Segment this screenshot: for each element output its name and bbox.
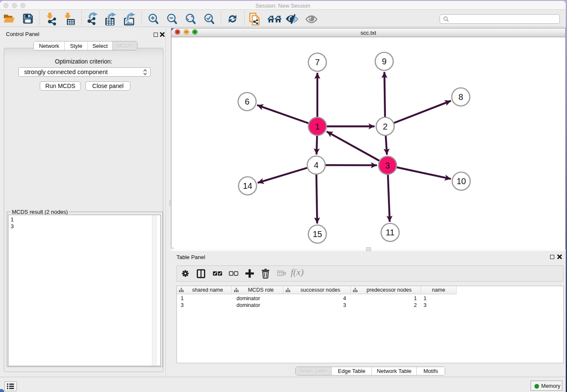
svg-text:7: 7 <box>315 58 319 67</box>
svg-text:4: 4 <box>314 160 319 170</box>
svg-text:10: 10 <box>457 177 466 186</box>
svg-text:15: 15 <box>313 229 322 239</box>
svg-text:9: 9 <box>382 57 386 66</box>
svg-text:1: 1 <box>315 122 319 131</box>
svg-text:14: 14 <box>243 181 252 190</box>
svg-text:11: 11 <box>386 228 395 237</box>
svg-text:6: 6 <box>245 97 249 106</box>
svg-text:2: 2 <box>383 122 388 131</box>
svg-text:3: 3 <box>385 161 390 170</box>
svg-text:8: 8 <box>458 92 463 102</box>
